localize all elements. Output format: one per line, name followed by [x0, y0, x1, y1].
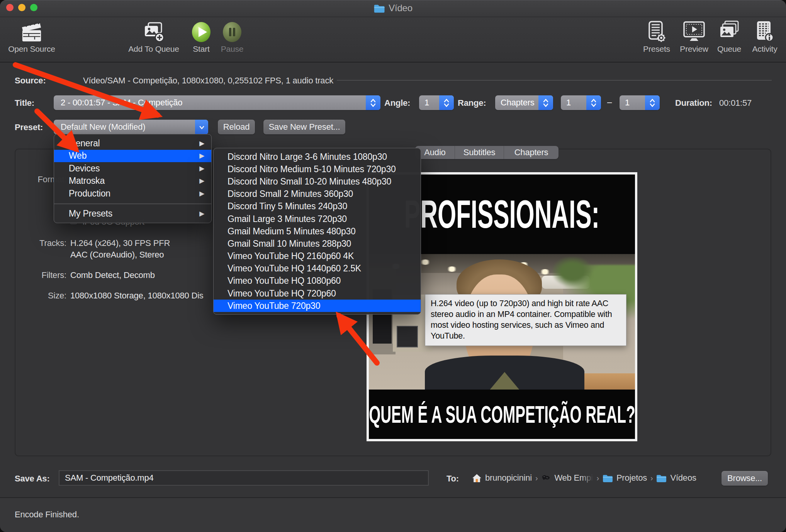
folder-icon: [373, 4, 385, 13]
range-start-stepper[interactable]: 1: [561, 95, 601, 110]
photo-plant: [552, 257, 592, 286]
submenu-item[interactable]: Gmail Large 3 Minutes 720p30: [214, 213, 421, 225]
photo-oven: [397, 326, 418, 347]
menu-item-label: Web: [69, 151, 87, 161]
queue-icon: [718, 20, 740, 43]
submenu-item[interactable]: Discord Small 2 Minutes 360p30: [214, 188, 421, 200]
destination-breadcrumb: brunopicinini › Web Empi › Projetos › Ví…: [472, 470, 696, 486]
preset-popup[interactable]: Default New (Modified): [54, 120, 208, 134]
preset-popup-value: Default New (Modified): [54, 122, 195, 132]
preset-menu: General ▶ Web ▶ Devices ▶ Matroska ▶ Pro…: [54, 134, 212, 223]
size-label: Size:: [23, 291, 66, 301]
toolbar-label: Presets: [643, 44, 670, 54]
add-to-queue-icon: [142, 21, 166, 43]
divider: [337, 80, 772, 81]
menu-item-production[interactable]: Production ▶: [54, 187, 211, 200]
submenu-item[interactable]: Gmail Small 10 Minutes 288p30: [214, 237, 421, 250]
range-label: Range:: [458, 98, 486, 108]
save-new-preset-button[interactable]: Save New Preset...: [263, 120, 345, 134]
toolbar: Open Source Add To Queue Start: [0, 17, 786, 63]
title-popup[interactable]: 2 - 00:01:57 - SAM - Competição: [54, 95, 380, 110]
submenu-item[interactable]: Vimeo YouTube HQ 720p60: [214, 287, 421, 300]
filters-value: Comb Detect, Decomb: [70, 270, 155, 280]
menu-item-general[interactable]: General ▶: [54, 137, 211, 150]
clapperboard-icon: [19, 21, 44, 43]
presets-icon: [646, 20, 667, 43]
submenu-item[interactable]: Vimeo YouTube HQ 2160p60 4K: [214, 250, 421, 263]
menu-item-my-presets[interactable]: My Presets ▶: [54, 208, 211, 220]
tab-chapters[interactable]: Chapters: [504, 146, 559, 159]
menu-item-label: General: [69, 138, 100, 149]
range-end-stepper[interactable]: 1: [620, 95, 660, 110]
tab-bar: Audio Subtitles Chapters: [415, 146, 559, 159]
folder-icon: [603, 474, 613, 482]
toolbar-label: Add To Queue: [128, 44, 179, 54]
start-icon: [191, 21, 211, 43]
preset-label: Preset:: [15, 122, 43, 132]
tab-subtitles[interactable]: Subtitles: [455, 146, 504, 159]
title-popup-value: 2 - 00:01:57 - SAM - Competição: [54, 98, 366, 108]
duration-value: 00:01:57: [719, 98, 752, 108]
close-button[interactable]: [6, 4, 14, 11]
preview-bottom-caption: QUEM É A SUA COMPETIÇÃO REAL?: [369, 400, 635, 429]
breadcrumb-volume[interactable]: Web Empi: [554, 473, 593, 483]
web-submenu: Discord Nitro Large 3-6 Minutes 1080p30 …: [213, 148, 421, 315]
save-as-label: Save As:: [15, 474, 50, 484]
zoom-button[interactable]: [30, 4, 37, 11]
reload-button[interactable]: Reload: [218, 120, 255, 134]
source-label: Source:: [15, 76, 46, 86]
submenu-arrow-icon: ▶: [199, 139, 204, 147]
submenu-item[interactable]: Discord Nitro Small 10-20 Minutes 480p30: [214, 175, 421, 188]
browse-button[interactable]: Browse...: [721, 471, 768, 486]
menu-item-label: Production: [69, 188, 110, 199]
angle-stepper[interactable]: 1: [419, 95, 454, 110]
add-to-queue-button[interactable]: Add To Queue: [127, 21, 181, 54]
preview-bottom-band: QUEM É A SUA COMPETIÇÃO REAL?: [369, 390, 635, 439]
submenu-item-selected[interactable]: Vimeo YouTube 720p30: [214, 300, 421, 312]
menu-item-devices[interactable]: Devices ▶: [54, 162, 211, 175]
chevron-updown-icon: [366, 95, 380, 110]
range-type-popup[interactable]: Chapters: [495, 95, 553, 110]
submenu-item[interactable]: Discord Nitro Medium 5-10 Minutes 720p30: [214, 163, 421, 175]
tracks-label: Tracks:: [23, 238, 66, 248]
chevron-updown-icon: [586, 95, 601, 110]
status-bar: Encode Finished.: [0, 498, 786, 532]
breadcrumb-folder-projetos[interactable]: Projetos: [616, 473, 647, 483]
menu-item-matroska[interactable]: Matroska ▶: [54, 175, 211, 188]
submenu-item[interactable]: Discord Tiny 5 Minutes 240p30: [214, 200, 421, 213]
duration-label: Duration:: [675, 98, 712, 108]
submenu-item[interactable]: Vimeo YouTube HQ 1080p60: [214, 275, 421, 287]
breadcrumb-separator: ›: [650, 474, 653, 483]
to-label: To:: [446, 474, 459, 484]
size-value: 1080x1080 Storage, 1080x1080 Dis: [70, 291, 204, 301]
titlebar: Vídeo: [0, 0, 786, 17]
pause-button[interactable]: Pause: [217, 21, 248, 54]
breadcrumb-separator: ›: [535, 474, 538, 483]
filename-field[interactable]: SAM - Competição.mp4: [59, 470, 429, 486]
start-button[interactable]: Start: [186, 21, 217, 54]
submenu-arrow-icon: ▶: [199, 164, 204, 173]
photo-light: [446, 266, 458, 272]
submenu-item[interactable]: Discord Nitro Large 3-6 Minutes 1080p30: [214, 151, 421, 163]
submenu-item[interactable]: Vimeo YouTube HQ 1440p60 2.5K: [214, 263, 421, 275]
breadcrumb-home[interactable]: brunopicinini: [485, 473, 532, 483]
status-text: Encode Finished.: [15, 510, 79, 520]
toolbar-label: Pause: [221, 44, 244, 54]
activity-button[interactable]: Activity: [738, 20, 786, 54]
tracks-audio-value: AAC (CoreAudio), Stereo: [70, 250, 164, 260]
range-type-value: Chapters: [495, 98, 538, 108]
chevron-updown-icon: [439, 95, 454, 110]
submenu-item[interactable]: Gmail Medium 5 Minutes 480p30: [214, 225, 421, 237]
breadcrumb-folder-videos[interactable]: Vídeos: [670, 473, 696, 483]
menu-item-label: Devices: [69, 163, 100, 174]
open-source-button[interactable]: Open Source: [5, 21, 59, 54]
chevron-down-icon: [195, 120, 208, 134]
chevron-updown-icon: [645, 95, 660, 110]
menu-item-label: Matroska: [69, 176, 105, 186]
tab-audio[interactable]: Audio: [415, 146, 455, 159]
submenu-arrow-icon: ▶: [199, 152, 204, 160]
submenu-arrow-icon: ▶: [199, 177, 204, 185]
submenu-arrow-icon: ▶: [199, 210, 204, 218]
minimize-button[interactable]: [18, 4, 25, 11]
menu-item-web[interactable]: Web ▶: [54, 150, 211, 163]
